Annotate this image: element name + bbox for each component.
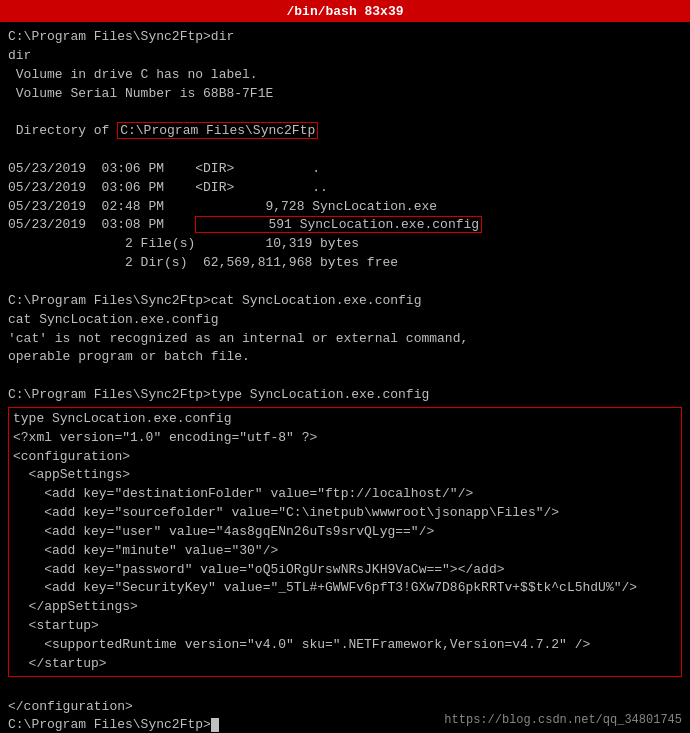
- xml-minute: <add key="minute" value="30"/>: [13, 542, 677, 561]
- xml-supported-runtime: <supportedRuntime version="v4.0" sku=".N…: [13, 636, 677, 655]
- xml-content-block: type SyncLocation.exe.config <?xml versi…: [8, 407, 682, 677]
- file-entry-3: 05/23/2019 02:48 PM 9,728 SyncLocation.e…: [8, 198, 682, 217]
- xml-password: <add key="password" value="oQ5iORgUrswNR…: [13, 561, 677, 580]
- blank-2: [8, 141, 682, 160]
- xml-dest-folder: <add key="destinationFolder" value="ftp:…: [13, 485, 677, 504]
- blank-5: [8, 679, 682, 698]
- blank-3: [8, 273, 682, 292]
- title-text: /bin/bash 83x39: [286, 4, 403, 19]
- xml-declaration: <?xml version="1.0" encoding="utf-8" ?>: [13, 429, 677, 448]
- cat-echo: cat SyncLocation.exe.config: [8, 311, 682, 330]
- watermark: https://blog.csdn.net/qq_34801745: [444, 713, 682, 727]
- dir-of-line: Directory of C:\Program Files\Sync2Ftp: [8, 122, 682, 141]
- cmd-line-3: C:\Program Files\Sync2Ftp>type SyncLocat…: [8, 386, 682, 405]
- xml-startup-close: </startup>: [13, 655, 677, 674]
- title-bar: /bin/bash 83x39: [0, 0, 690, 22]
- dir-path-highlight: C:\Program Files\Sync2Ftp: [117, 122, 318, 139]
- xml-startup-open: <startup>: [13, 617, 677, 636]
- vol-line-1: Volume in drive C has no label.: [8, 66, 682, 85]
- xml-user: <add key="user" value="4as8gqENn26uTs9sr…: [13, 523, 677, 542]
- xml-config-open: <configuration>: [13, 448, 677, 467]
- xml-appsettings-close: </appSettings>: [13, 598, 677, 617]
- file-entry-4: 05/23/2019 03:08 PM 591 SyncLocation.exe…: [8, 216, 682, 235]
- cmd-line-2: C:\Program Files\Sync2Ftp>cat SyncLocati…: [8, 292, 682, 311]
- xml-appsettings-open: <appSettings>: [13, 466, 677, 485]
- files-count: 2 File(s) 10,319 bytes: [8, 235, 682, 254]
- file-entry-2: 05/23/2019 03:06 PM <DIR> ..: [8, 179, 682, 198]
- dir-output: dir: [8, 47, 682, 66]
- blank-4: [8, 367, 682, 386]
- terminal: C:\Program Files\Sync2Ftp>dir dir Volume…: [0, 22, 690, 733]
- dirs-count: 2 Dir(s) 62,569,811,968 bytes free: [8, 254, 682, 273]
- cat-error-2: operable program or batch file.: [8, 348, 682, 367]
- xml-source-folder: <add key="sourcefolder" value="C:\inetpu…: [13, 504, 677, 523]
- cmd-line-1: C:\Program Files\Sync2Ftp>dir: [8, 28, 682, 47]
- xml-type-echo: type SyncLocation.exe.config: [13, 410, 677, 429]
- file-entry-1: 05/23/2019 03:06 PM <DIR> .: [8, 160, 682, 179]
- vol-line-2: Volume Serial Number is 68B8-7F1E: [8, 85, 682, 104]
- config-file-highlight: 591 SyncLocation.exe.config: [195, 216, 482, 233]
- blank-1: [8, 103, 682, 122]
- xml-security-key: <add key="SecurityKey" value="_5TL#+GWWF…: [13, 579, 677, 598]
- terminal-cursor: [211, 718, 219, 732]
- cat-error-1: 'cat' is not recognized as an internal o…: [8, 330, 682, 349]
